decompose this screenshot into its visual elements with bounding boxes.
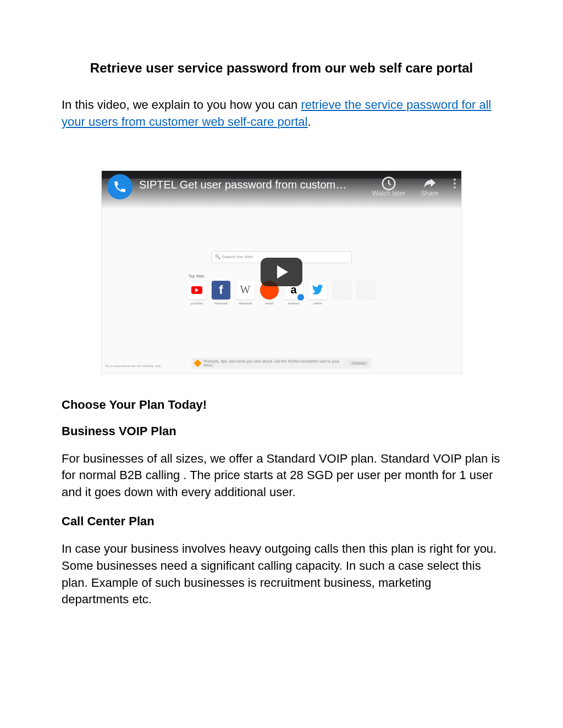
top-sites-label: Top Sites bbox=[189, 274, 205, 278]
play-button[interactable] bbox=[261, 258, 302, 286]
intro-lead: In this video, we explain to you how you… bbox=[62, 98, 301, 112]
twitter-icon bbox=[308, 281, 327, 299]
phone-icon bbox=[113, 180, 127, 194]
facebook-icon: f bbox=[212, 281, 230, 299]
choose-plan-heading: Choose Your Plan Today! bbox=[62, 398, 501, 412]
blank-tile bbox=[357, 281, 376, 299]
wikipedia-icon: W bbox=[236, 281, 255, 299]
call-center-heading: Call Center Plan bbox=[62, 514, 501, 529]
continue-button: Continue bbox=[349, 361, 368, 365]
share-button[interactable]: Share bbox=[421, 175, 438, 197]
video-title[interactable]: SIPTEL Get user password from custom… bbox=[139, 174, 366, 191]
watch-later-button[interactable]: Watch later bbox=[372, 175, 405, 197]
business-voip-heading: Business VOIP Plan bbox=[62, 424, 501, 438]
video-embed[interactable]: 🔍 Search the Web Top Sites youtube fface… bbox=[101, 170, 462, 374]
intro-paragraph: In this video, we explain to you how you… bbox=[62, 97, 501, 131]
youtube-overlay-top: SIPTEL Get user password from custom… Wa… bbox=[102, 171, 461, 208]
firefox-footer-bar: Products, tips, and news you care about.… bbox=[192, 358, 372, 369]
intro-trail: . bbox=[308, 115, 311, 129]
business-voip-paragraph: For businesses of all sizes, we offer a … bbox=[62, 451, 501, 501]
diamond-icon bbox=[194, 359, 201, 367]
channel-avatar[interactable] bbox=[107, 174, 133, 199]
blank-tile bbox=[333, 281, 351, 299]
corner-note: Try to reconstruct text for visibility o… bbox=[105, 364, 164, 368]
more-menu-icon[interactable] bbox=[454, 175, 456, 197]
video-thumbnail-body: 🔍 Search the Web Top Sites youtube fface… bbox=[102, 208, 461, 373]
page-title: Retrieve user service password from our … bbox=[62, 60, 501, 76]
call-center-paragraph: In case your business involves heavy out… bbox=[62, 541, 501, 608]
youtube-icon bbox=[187, 281, 206, 299]
